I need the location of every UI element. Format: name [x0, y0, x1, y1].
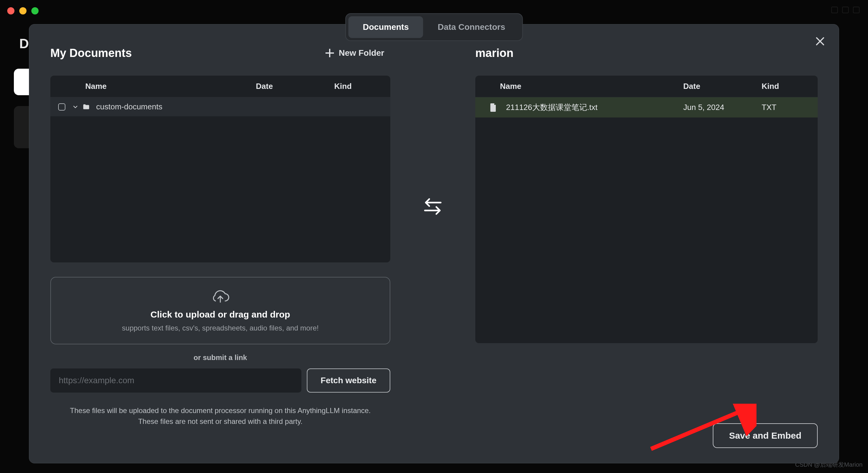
col-date: Date — [683, 82, 762, 91]
file-date: Jun 5, 2024 — [683, 103, 762, 112]
bg-title-hint: D — [19, 36, 29, 51]
upload-main-text: Click to upload or drag and drop — [150, 309, 290, 320]
transfer-arrows-icon[interactable] — [422, 195, 443, 217]
chevron-down-icon[interactable] — [72, 104, 79, 110]
top-tab-bar: Documents Data Connectors — [345, 13, 523, 41]
minimize-window-dot[interactable] — [19, 7, 27, 14]
folder-row[interactable]: custom-documents — [50, 97, 390, 116]
new-folder-label: New Folder — [339, 48, 384, 58]
website-url-input[interactable] — [50, 369, 301, 392]
cloud-upload-icon — [211, 289, 230, 305]
folder-icon — [82, 103, 90, 111]
plus-icon — [326, 49, 334, 57]
document-icon — [490, 103, 497, 112]
folder-name: custom-documents — [96, 102, 162, 112]
window-controls-faded — [831, 7, 860, 13]
upload-sub-text: supports text files, csv's, spreadsheets… — [122, 324, 319, 332]
fetch-website-button[interactable]: Fetch website — [307, 369, 390, 392]
save-and-embed-button[interactable]: Save and Embed — [713, 423, 818, 448]
documents-table: Name Date Kind custom-documents — [50, 75, 390, 262]
tab-data-connectors[interactable]: Data Connectors — [423, 16, 520, 38]
workspace-table-header: Name Date Kind — [475, 75, 818, 97]
my-documents-title: My Documents — [50, 47, 132, 60]
col-kind: Kind — [334, 82, 382, 91]
documents-table-header: Name Date Kind — [50, 75, 390, 97]
tab-documents[interactable]: Documents — [348, 16, 423, 38]
workspace-table: Name Date Kind 211126大数据课堂笔记.txt Jun 5, … — [475, 75, 818, 343]
zoom-window-dot[interactable] — [31, 7, 38, 14]
window-traffic-lights[interactable] — [7, 7, 38, 14]
file-name: 211126大数据课堂笔记.txt — [506, 102, 683, 113]
documents-modal: My Documents New Folder Name Date Kind — [29, 24, 839, 463]
or-submit-link-text: or submit a link — [50, 353, 390, 362]
workspace-title: marion — [475, 47, 514, 60]
new-folder-button[interactable]: New Folder — [326, 48, 390, 58]
col-name: Name — [85, 82, 256, 91]
upload-dropzone[interactable]: Click to upload or drag and drop support… — [50, 277, 390, 344]
workspace-panel: marion Name Date Kind 211126大数据课堂笔记.txt … — [475, 39, 818, 451]
file-kind: TXT — [762, 103, 810, 112]
upload-footer-note: These files will be uploaded to the docu… — [50, 405, 390, 427]
col-name: Name — [500, 82, 683, 91]
close-window-dot[interactable] — [7, 7, 14, 14]
file-row[interactable]: 211126大数据课堂笔记.txt Jun 5, 2024 TXT — [475, 97, 818, 118]
col-date: Date — [256, 82, 334, 91]
row-checkbox[interactable] — [58, 103, 65, 111]
my-documents-panel: My Documents New Folder Name Date Kind — [50, 39, 390, 451]
col-kind: Kind — [762, 82, 810, 91]
